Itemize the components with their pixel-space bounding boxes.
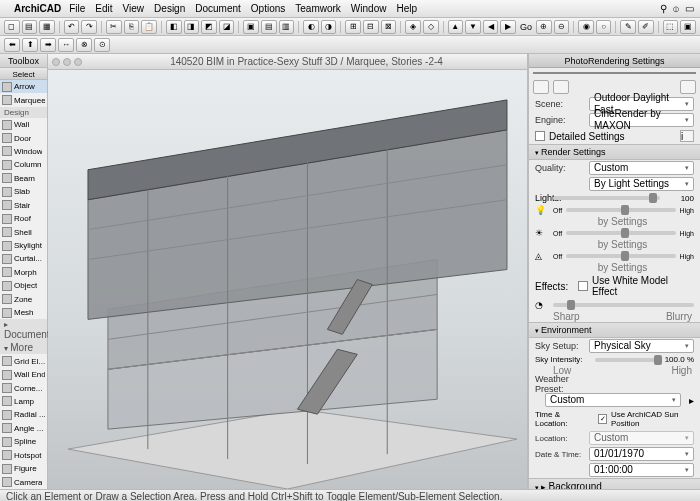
by-light-select[interactable]: By Light Settings xyxy=(589,177,694,191)
tool-morph[interactable]: Morph xyxy=(0,266,47,279)
tool-button[interactable]: ✎ xyxy=(620,20,636,34)
document-section[interactable]: ▸ Document xyxy=(0,319,47,341)
environment-header[interactable]: Environment xyxy=(529,322,700,338)
tool-door[interactable]: Door xyxy=(0,131,47,144)
nav-button[interactable]: ↔ xyxy=(58,38,74,52)
expand-icon[interactable]: ▸ xyxy=(689,395,694,406)
tool-figure[interactable]: Figure xyxy=(0,462,47,475)
tool-zone[interactable]: Zone xyxy=(0,293,47,306)
tool-wallend[interactable]: Wall End xyxy=(0,368,47,381)
tool-button[interactable]: ◑ xyxy=(321,20,337,34)
tool-lamp[interactable]: Lamp xyxy=(0,395,47,408)
tool-button[interactable]: ▣ xyxy=(680,20,696,34)
minimize-button[interactable] xyxy=(63,58,71,66)
tool-button[interactable]: ⊞ xyxy=(345,20,361,34)
tool-button[interactable]: ◧ xyxy=(166,20,182,34)
sub-slider[interactable] xyxy=(566,208,675,212)
nav-button[interactable]: ➡ xyxy=(40,38,56,52)
menu-window[interactable]: Window xyxy=(351,3,387,14)
tool-button[interactable]: ⊕ xyxy=(536,20,552,34)
cut-button[interactable]: ✂ xyxy=(106,20,122,34)
tool-button[interactable]: ⊖ xyxy=(554,20,570,34)
lights-slider[interactable] xyxy=(553,196,660,200)
tool-button[interactable]: ✐ xyxy=(638,20,654,34)
menu-teamwork[interactable]: Teamwork xyxy=(295,3,341,14)
tool-skylight[interactable]: Skylight xyxy=(0,239,47,252)
tool-roof[interactable]: Roof xyxy=(0,212,47,225)
wifi-icon[interactable]: ⚲ xyxy=(660,3,667,14)
tool-button[interactable]: ◩ xyxy=(201,20,217,34)
tool-wall[interactable]: Wall xyxy=(0,118,47,131)
tool-button[interactable]: ◪ xyxy=(219,20,235,34)
preview-button[interactable] xyxy=(533,80,549,94)
tool-button[interactable]: ◀ xyxy=(483,20,499,34)
bluetooth-icon[interactable]: ⌽ xyxy=(673,3,679,14)
engine-select[interactable]: CineRender by MAXON xyxy=(589,113,694,127)
menu-document[interactable]: Document xyxy=(195,3,241,14)
tool-hotspot[interactable]: Hotspot xyxy=(0,449,47,462)
quality-select[interactable]: Custom xyxy=(589,161,694,175)
tool-button[interactable]: ○ xyxy=(596,20,612,34)
redo-button[interactable]: ↷ xyxy=(81,20,97,34)
sky-setup-select[interactable]: Physical Sky xyxy=(589,339,694,353)
tool-grid[interactable]: Grid El... xyxy=(0,354,47,367)
paste-button[interactable]: 📋 xyxy=(141,20,157,34)
tool-button[interactable]: ◨ xyxy=(184,20,200,34)
sky-intensity-slider[interactable] xyxy=(595,358,660,362)
close-button[interactable] xyxy=(52,58,60,66)
tool-slab[interactable]: Slab xyxy=(0,185,47,198)
sub-slider[interactable] xyxy=(566,254,675,258)
tool-mesh[interactable]: Mesh xyxy=(0,306,47,319)
tool-button[interactable]: ▥ xyxy=(279,20,295,34)
tool-button[interactable]: ◐ xyxy=(303,20,319,34)
menu-help[interactable]: Help xyxy=(396,3,417,14)
tool-camera[interactable]: Camera xyxy=(0,475,47,488)
white-model-checkbox[interactable] xyxy=(578,281,588,291)
use-sun-checkbox[interactable]: ✓ xyxy=(598,414,607,424)
menu-file[interactable]: File xyxy=(69,3,85,14)
3d-canvas[interactable] xyxy=(48,70,527,489)
menu-edit[interactable]: Edit xyxy=(95,3,112,14)
tool-window[interactable]: Window xyxy=(0,145,47,158)
weather-select[interactable]: Custom xyxy=(545,393,681,407)
render-settings-header[interactable]: Render Settings xyxy=(529,144,700,160)
tool-beam[interactable]: Beam xyxy=(0,172,47,185)
tool-angle[interactable]: Angle ... xyxy=(0,422,47,435)
design-section[interactable]: Design xyxy=(0,107,47,118)
tool-column[interactable]: Column xyxy=(0,158,47,171)
open-button[interactable]: ▤ xyxy=(22,20,38,34)
sub-slider[interactable] xyxy=(566,231,675,235)
tool-spline[interactable]: Spline xyxy=(0,435,47,448)
tool-button[interactable]: ◈ xyxy=(405,20,421,34)
tool-shell[interactable]: Shell xyxy=(0,225,47,238)
save-button[interactable]: ▦ xyxy=(39,20,55,34)
sharp-slider[interactable] xyxy=(553,303,694,307)
tool-button[interactable]: ▣ xyxy=(243,20,259,34)
tool-button[interactable]: ◉ xyxy=(578,20,594,34)
tool-arrow[interactable]: Arrow xyxy=(0,80,47,93)
nav-button[interactable]: ⊙ xyxy=(94,38,110,52)
copy-button[interactable]: ⎘ xyxy=(124,20,140,34)
battery-icon[interactable]: ▭ xyxy=(685,3,694,14)
tool-corner[interactable]: Corne... xyxy=(0,381,47,394)
background-header[interactable]: ▸ Background xyxy=(529,478,700,489)
time-input[interactable]: 01:00:00 xyxy=(589,463,694,477)
tool-stair[interactable]: Stair xyxy=(0,199,47,212)
detailed-checkbox[interactable] xyxy=(535,131,545,141)
app-name[interactable]: ArchiCAD xyxy=(14,3,61,14)
tool-curtain[interactable]: Curtai... xyxy=(0,252,47,265)
more-section[interactable]: ▾ More xyxy=(0,341,47,354)
date-input[interactable]: 01/01/1970 xyxy=(589,447,694,461)
nav-button[interactable]: ⬆ xyxy=(22,38,38,52)
undo-button[interactable]: ↶ xyxy=(64,20,80,34)
menu-design[interactable]: Design xyxy=(154,3,185,14)
tool-radial[interactable]: Radial ... xyxy=(0,408,47,421)
zoom-button[interactable] xyxy=(74,58,82,66)
menu-view[interactable]: View xyxy=(123,3,145,14)
tool-button[interactable]: ▼ xyxy=(465,20,481,34)
preview-button[interactable] xyxy=(553,80,569,94)
info-icon[interactable]: i xyxy=(680,130,694,142)
nav-button[interactable]: ⬅ xyxy=(4,38,20,52)
tool-object[interactable]: Object xyxy=(0,279,47,292)
tool-button[interactable]: ▶ xyxy=(500,20,516,34)
